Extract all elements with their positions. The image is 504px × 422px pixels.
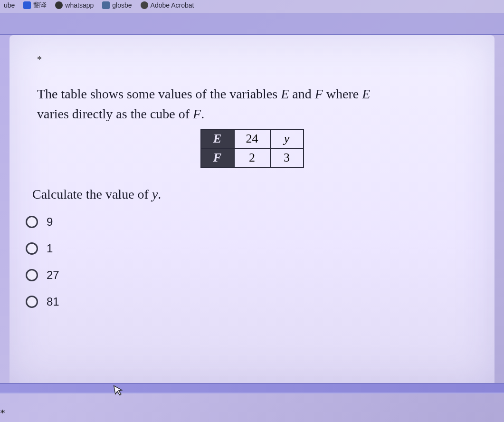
option-1[interactable]: 1 [26,242,467,255]
bookmark-ube[interactable]: ube [4,1,15,9]
sub-prompt-text: Calculate the value of [32,187,152,201]
bookmark-label: Adobe Acrobat [151,1,194,9]
table-row: F 2 3 [201,148,304,167]
radio-icon [26,242,38,255]
radio-icon [26,269,38,281]
question-card: * The table shows some values of the var… [10,35,494,387]
prompt-text: and [289,86,314,101]
option-label: 81 [47,295,59,308]
table-header-e: E [201,129,234,148]
prompt-text: varies directly as the cube of [37,106,193,121]
whatsapp-icon [55,1,63,9]
variable-f: F [315,86,323,101]
variable-e: E [362,86,370,101]
radio-icon [26,296,38,308]
option-27[interactable]: 27 [26,269,467,282]
table-cell: 2 [234,148,270,167]
bookmark-glosbe[interactable]: glosbe [102,1,132,9]
variable-e: E [281,86,289,101]
option-label: 27 [47,269,59,282]
prompt-text: where [323,86,362,101]
doc-icon [23,1,31,9]
bookmark-label: ube [4,1,15,9]
glosbe-icon [102,1,110,9]
acrobat-icon [141,1,148,9]
table-cell: y [270,129,304,148]
option-label: 1 [47,242,53,255]
option-9[interactable]: 9 [26,215,467,229]
bookmark-label: glosbe [112,1,132,9]
data-table: E 24 y F 2 3 [200,129,304,168]
sub-prompt-text: . [158,187,161,201]
option-81[interactable]: 81 [26,295,467,308]
option-label: 9 [47,215,53,229]
bottom-bar [0,383,504,393]
footer-asterisk: * [0,407,5,419]
bookmark-whatsapp[interactable]: whatsapp [55,1,94,9]
table-row: E 24 y [201,129,304,148]
prompt-text: . [201,106,204,121]
bookmark-translate[interactable]: 翻译 [23,1,47,10]
radio-icon [26,216,38,228]
options-group: 9 1 27 81 [26,215,467,308]
required-asterisk: * [37,54,467,65]
variable-f: F [193,106,201,121]
table-cell: 24 [234,129,270,148]
table-header-f: F [201,148,234,167]
bookmark-label: 翻译 [33,1,47,10]
question-prompt: The table shows some values of the varia… [37,84,467,124]
bookmarks-bar: ube 翻译 whatsapp glosbe Adobe Acrobat [0,0,504,13]
table-cell: 3 [270,148,304,167]
sub-question: Calculate the value of y. [32,187,467,202]
bookmark-acrobat[interactable]: Adobe Acrobat [141,1,194,9]
prompt-text: The table shows some values of the varia… [37,86,281,101]
bookmark-label: whatsapp [65,1,94,9]
page-header-strip [0,13,504,35]
variable-y: y [152,187,158,201]
